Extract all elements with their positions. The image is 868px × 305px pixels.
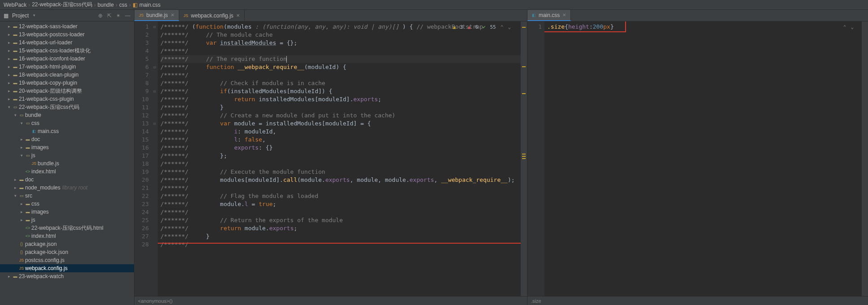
project-tree[interactable]: ▸▬ 12-webpack-sass-loader▸▬ 13-webpack-p… — [0, 21, 134, 305]
fold-icon[interactable] — [151, 208, 158, 216]
tree-row[interactable]: ▸▬ 13-webpack-postcss-loader — [0, 30, 134, 39]
tree-arrow-icon[interactable]: ▸ — [6, 274, 12, 279]
fold-icon[interactable]: ⊟ — [151, 63, 158, 71]
tree-arrow-icon[interactable]: ▾ — [13, 113, 18, 117]
tree-arrow-icon[interactable]: ▸ — [19, 234, 24, 238]
inspection-status-right[interactable]: ⌃⌄ — [843, 23, 854, 31]
code-line[interactable]: /******/ // Flag the module as loaded — [160, 192, 521, 200]
code-area[interactable]: .size{height:200px} ⌃⌄ — [544, 21, 862, 296]
tree-arrow-icon[interactable]: ▸ — [25, 129, 30, 133]
code-line[interactable]: /******/ // Create a new module (and put… — [160, 112, 521, 120]
fold-icon[interactable] — [151, 95, 158, 103]
code-line[interactable]: /******/ // The require function — [160, 55, 521, 63]
tree-row[interactable]: ▸▬ images — [0, 208, 134, 216]
tree-arrow-icon[interactable]: ▸ — [6, 40, 12, 45]
scroll-from-source-icon[interactable]: ⊕ — [98, 13, 103, 19]
fold-icon[interactable] — [151, 79, 158, 87]
fold-icon[interactable] — [151, 39, 158, 47]
fold-icon[interactable] — [151, 216, 158, 224]
tree-arrow-icon[interactable]: ▸ — [13, 258, 18, 262]
dropdown-icon[interactable]: ▼ — [32, 13, 36, 17]
tree-row[interactable]: ▸▬ css — [0, 200, 134, 208]
tree-arrow-icon[interactable]: ▸ — [6, 64, 12, 69]
tree-row[interactable]: ▾▭ bundle — [0, 111, 134, 119]
tree-arrow-icon[interactable]: ▸ — [19, 210, 24, 214]
tree-row[interactable]: ▸JS bundle.js — [0, 159, 134, 168]
mini-mark[interactable] — [522, 154, 526, 155]
editor-tab[interactable]: JSwebpack.config.js✕ — [179, 10, 245, 21]
close-icon[interactable]: ✕ — [236, 13, 240, 18]
tree-arrow-icon[interactable]: ▸ — [19, 169, 24, 174]
code-line[interactable]: /******/ if(installedModules[moduleId]) … — [160, 87, 521, 95]
tree-row[interactable]: ▸▬ 12-webpack-sass-loader — [0, 22, 134, 30]
tree-arrow-icon[interactable]: ▸ — [6, 56, 12, 61]
code-line[interactable]: /******/ — [160, 208, 521, 216]
fold-icon[interactable] — [151, 31, 158, 39]
code-line[interactable]: /******/ l: false, — [160, 136, 521, 144]
tree-row[interactable]: ▾▭ src — [0, 192, 134, 200]
tree-row[interactable]: ▸▬ 16-webpack-iconfont-loader — [0, 55, 134, 63]
tree-arrow-icon[interactable]: ▸ — [6, 73, 12, 77]
error-stripe[interactable] — [521, 21, 527, 296]
mini-mark[interactable] — [522, 158, 526, 159]
fold-icon[interactable] — [151, 103, 158, 112]
fold-icon[interactable] — [151, 232, 158, 241]
tree-row[interactable]: ▾▭ 22-webpack-压缩css代码 — [0, 103, 134, 111]
code-line[interactable]: /******/ function __webpack_require__(mo… — [160, 63, 521, 71]
tree-row[interactable]: ▸JS postcss.config.js — [0, 256, 134, 264]
fold-icon[interactable] — [151, 168, 158, 176]
tree-arrow-icon[interactable]: ▸ — [6, 89, 12, 93]
fold-icon[interactable] — [151, 192, 158, 200]
line-gutter[interactable]: 1234567891011121314151617181920212223242… — [134, 21, 151, 296]
breadcrumb-segment[interactable]: 22-webpack-压缩css代码 — [32, 1, 92, 9]
fold-icon[interactable] — [151, 71, 158, 79]
settings-icon[interactable]: ✴ — [116, 13, 121, 19]
fold-icon[interactable] — [151, 200, 158, 208]
code-line[interactable]: /******/ return module.exports; — [160, 224, 521, 232]
tree-row[interactable]: ▸<> index.html — [0, 232, 134, 240]
error-stripe[interactable] — [862, 21, 868, 296]
tree-row[interactable]: ▸{} package.json — [0, 240, 134, 248]
tree-arrow-icon[interactable]: ▾ — [19, 121, 24, 125]
code-line[interactable]: .size{height:200px} — [547, 23, 862, 31]
fold-icon[interactable] — [151, 160, 158, 168]
fold-icon[interactable] — [151, 184, 158, 192]
tree-arrow-icon[interactable]: ▸ — [13, 242, 18, 246]
code-line[interactable]: /******/ — [160, 71, 521, 79]
tree-arrow-icon[interactable]: ▸ — [6, 97, 12, 101]
tree-row[interactable]: ▸▬ images — [0, 143, 134, 151]
tree-row[interactable]: ▸<> index.html — [0, 168, 134, 176]
code-line[interactable]: /******/ // Check if module is in cache — [160, 79, 521, 87]
tree-arrow-icon[interactable]: ▸ — [13, 250, 18, 254]
project-tool-window-icon[interactable]: ▦ — [4, 13, 9, 19]
code-line[interactable]: /******/ i: moduleId, — [160, 128, 521, 136]
fold-icon[interactable]: ⊟ — [151, 120, 158, 128]
fold-icon[interactable] — [151, 144, 158, 152]
code-line[interactable]: /******/ return installedModules[moduleI… — [160, 95, 521, 103]
fold-icon[interactable] — [151, 136, 158, 144]
tree-arrow-icon[interactable]: ▸ — [6, 48, 12, 53]
tree-arrow-icon[interactable]: ▸ — [13, 185, 18, 190]
code-line[interactable]: /******/ — [160, 160, 521, 168]
fold-icon[interactable] — [151, 152, 158, 160]
code-line[interactable]: /******/ } — [160, 232, 521, 241]
code-line[interactable]: /******/ exports: {} — [160, 144, 521, 152]
code-line[interactable]: /******/ — [160, 184, 521, 192]
tree-row[interactable]: ▸▬ 20-webpack-层级结构调整 — [0, 87, 134, 95]
tree-row[interactable]: ▾▭ js — [0, 151, 134, 159]
tree-row[interactable]: ▸{} package-lock.json — [0, 248, 134, 256]
code-line[interactable]: /******/ // Execute the module function — [160, 168, 521, 176]
tree-arrow-icon[interactable]: ▸ — [19, 137, 24, 142]
tree-arrow-icon[interactable]: ▸ — [6, 32, 12, 37]
close-icon[interactable]: ✕ — [562, 13, 566, 17]
tree-row[interactable]: ▸▬ js — [0, 216, 134, 224]
tree-row[interactable]: ▸▬ node_moduleslibrary root — [0, 184, 134, 192]
mini-mark[interactable] — [522, 66, 526, 67]
tree-row[interactable]: ▸▬ 15-webpack-css-loader模块化 — [0, 47, 134, 55]
hide-icon[interactable]: — — [125, 13, 130, 19]
breadcrumb-segment[interactable]: WebPack — [4, 2, 26, 8]
mini-mark[interactable] — [522, 156, 526, 157]
breadcrumb-segment[interactable]: bundle — [98, 2, 114, 8]
code-line[interactable]: /******/ module.l = true; — [160, 200, 521, 208]
tree-arrow-icon[interactable]: ▸ — [6, 81, 12, 85]
